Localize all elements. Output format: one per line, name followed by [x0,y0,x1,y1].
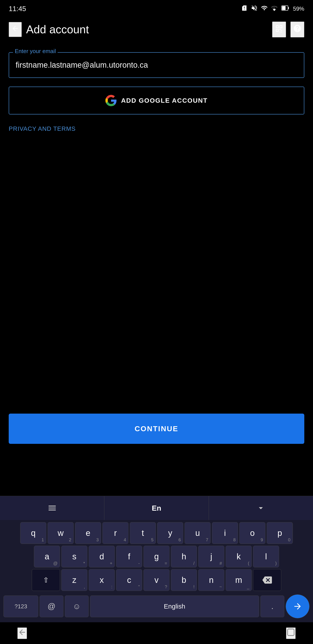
keyboard-switch-button[interactable] [0,496,104,520]
system-nav-bar [0,622,313,644]
key-w[interactable]: w2 [48,522,74,544]
app-bar: Add account [0,18,313,41]
app-bar-actions [272,22,304,38]
sim-card-icon [241,4,248,13]
main-content: Enter your email ADD GOOGLE ACCOUNT PRIV… [0,41,313,132]
key-e[interactable]: e3 [75,522,101,544]
period-key[interactable]: . [260,596,284,617]
shift-key[interactable]: ⇧ [32,569,60,591]
key-z[interactable]: z, [61,569,87,591]
key-r[interactable]: r4 [102,522,128,544]
key-m[interactable]: m_ [226,569,252,591]
key-f[interactable]: f- [116,546,142,568]
key-y[interactable]: y6 [157,522,183,544]
key-q[interactable]: q1 [20,522,46,544]
status-bar: 11:45 59% [0,0,313,18]
page-title: Add account [26,23,272,36]
continue-button[interactable]: CONTINUE [9,414,304,444]
keyboard: En q1 w2 e3 r4 t5 y6 u7 i8 o9 p0 a@ s* d… [0,496,313,622]
emoji-key[interactable]: ☺ [65,596,89,617]
key-t[interactable]: t5 [130,522,156,544]
svg-rect-2 [282,6,286,10]
key-p[interactable]: p0 [267,522,293,544]
key-c[interactable]: c" [116,569,142,591]
delete-key[interactable] [253,569,281,591]
key-j[interactable]: j# [198,546,224,568]
keyboard-row-2: a@ s* d+ f- g= h/ j# k( l) [2,546,311,568]
system-back-button[interactable] [17,628,27,639]
signal-icon [271,4,278,13]
key-h[interactable]: h/ [171,546,197,568]
key-x[interactable]: x: [89,569,115,591]
enter-key[interactable] [286,594,310,618]
key-o[interactable]: o9 [239,522,265,544]
email-field-wrapper: Enter your email [9,52,304,78]
mute-icon [251,4,258,13]
keyboard-rows: q1 w2 e3 r4 t5 y6 u7 i8 o9 p0 a@ s* d+ f… [0,520,313,622]
email-label: Enter your email [13,48,58,54]
qr-code-button[interactable] [272,22,286,38]
keyboard-hide-button[interactable] [209,496,313,520]
google-logo-icon [105,95,117,106]
key-b[interactable]: b! [171,569,197,591]
wifi-icon [261,4,268,13]
back-button[interactable] [9,22,22,37]
key-a[interactable]: a@ [34,546,60,568]
key-g[interactable]: g= [143,546,170,568]
add-google-account-button[interactable]: ADD GOOGLE ACCOUNT [9,86,304,114]
key-n[interactable]: n~ [198,569,224,591]
battery-icon [281,4,290,13]
key-s[interactable]: s* [61,546,87,568]
key-k[interactable]: k( [226,546,252,568]
key-u[interactable]: u7 [185,522,211,544]
key-v[interactable]: v? [143,569,170,591]
svg-rect-3 [288,629,294,636]
help-button[interactable] [291,22,304,38]
svg-rect-1 [288,7,289,9]
numbers-key[interactable]: ?123 [3,596,38,617]
email-input[interactable] [9,52,304,78]
key-l[interactable]: l) [253,546,279,568]
keyboard-row-3: ⇧ z, x: c" v? b! n~ m_ [2,569,311,591]
google-button-text: ADD GOOGLE ACCOUNT [121,97,208,104]
keyboard-language-button[interactable]: En [104,496,209,520]
privacy-terms-link[interactable]: PRIVACY AND TERMS [9,125,76,132]
keyboard-top-row: En [0,496,313,520]
status-icons: 59% [241,4,304,13]
key-i[interactable]: i8 [212,522,238,544]
at-key[interactable]: @ [39,596,63,617]
keyboard-row-1: q1 w2 e3 r4 t5 y6 u7 i8 o9 p0 [2,522,311,544]
key-d[interactable]: d+ [89,546,115,568]
system-home-button[interactable] [286,628,296,639]
keyboard-bottom-row: ?123 @ ☺ English . [2,593,311,620]
status-time: 11:45 [9,5,26,13]
space-key[interactable]: English [90,596,259,617]
battery-percentage: 59% [293,6,304,12]
